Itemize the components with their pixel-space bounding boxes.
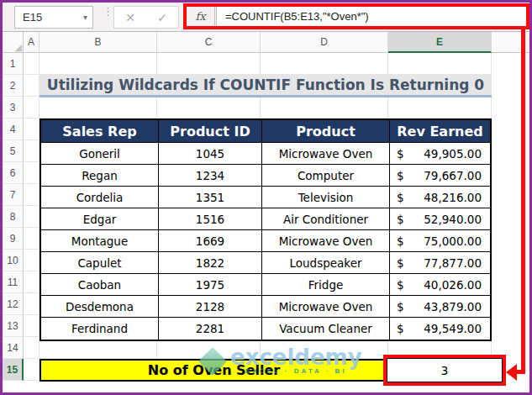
grid-cell[interactable] xyxy=(388,97,492,118)
cell-rev-earned[interactable]: $75,000.00 xyxy=(390,230,490,252)
column-header-c[interactable]: C xyxy=(157,32,261,53)
cell-product[interactable]: Television xyxy=(262,187,390,208)
cell-rev-earned[interactable]: $48,216.00 xyxy=(390,187,490,208)
row-header-7[interactable]: 7 xyxy=(3,184,24,206)
cell-sales-rep[interactable]: Edgar xyxy=(41,208,159,230)
row-header-8[interactable]: 8 xyxy=(3,206,24,228)
cell-product-id[interactable]: 1669 xyxy=(159,230,262,252)
annotation-arrow-line-vertical xyxy=(521,29,525,374)
column-header-a[interactable]: A xyxy=(24,32,40,53)
cell-product[interactable]: Computer xyxy=(262,165,390,187)
cell-product-id[interactable]: 1234 xyxy=(159,165,262,187)
grid-cell[interactable] xyxy=(24,293,40,315)
cell-sales-rep[interactable]: Caoban xyxy=(41,274,159,296)
cell-product[interactable]: Air Conditioner xyxy=(262,208,390,230)
grid-cell[interactable] xyxy=(388,53,492,75)
cell-sales-rep[interactable]: Capulet xyxy=(41,252,159,274)
row-header-2[interactable]: 2 xyxy=(3,75,24,97)
grid-cell[interactable] xyxy=(40,97,157,118)
grid-cell[interactable] xyxy=(24,162,40,184)
amount: 40,026.00 xyxy=(424,278,482,292)
grid-cell[interactable] xyxy=(261,97,388,118)
row-header-5[interactable]: 5 xyxy=(3,140,24,162)
cancel-icon[interactable]: ✕ xyxy=(125,11,135,24)
cell-product[interactable]: Vacuum Cleaner xyxy=(262,318,390,340)
grid-cell[interactable] xyxy=(24,53,40,75)
grid-cell[interactable] xyxy=(24,337,40,359)
column-header-b[interactable]: B xyxy=(40,32,157,53)
enter-icon[interactable]: ✓ xyxy=(157,11,167,24)
cell-product[interactable]: Fridge xyxy=(262,274,390,296)
row-header-15[interactable]: 15 xyxy=(3,359,24,381)
cell-rev-earned[interactable]: $49,549.00 xyxy=(390,318,490,340)
header-sales-rep[interactable]: Sales Rep xyxy=(41,120,159,143)
grid-cell[interactable] xyxy=(157,53,261,75)
row-header-12[interactable]: 12 xyxy=(3,293,24,315)
row-header-10[interactable]: 10 xyxy=(3,250,24,271)
header-product-id[interactable]: Product ID xyxy=(159,120,262,143)
select-all-corner[interactable]: ◢ xyxy=(3,32,24,53)
row-header-11[interactable]: 11 xyxy=(3,271,24,293)
cell-rev-earned[interactable]: $77,877.00 xyxy=(390,252,490,274)
grid-cell[interactable] xyxy=(24,206,40,228)
row-header-9[interactable]: 9 xyxy=(3,228,24,250)
grid-cell[interactable] xyxy=(261,53,388,75)
cell-rev-earned[interactable]: $40,026.00 xyxy=(390,274,490,296)
row-header-3[interactable]: 3 xyxy=(3,97,24,118)
row-header-14[interactable]: 14 xyxy=(3,337,24,359)
cell-sales-rep[interactable]: Desdemona xyxy=(41,296,159,318)
formula-bar-drag-handle-icon[interactable]: ⋮ xyxy=(103,9,113,14)
cell-rev-earned[interactable]: $43,879.00 xyxy=(390,296,490,318)
cell-sales-rep[interactable]: Montague xyxy=(41,230,159,252)
grid-cell[interactable] xyxy=(157,97,261,118)
grid-cell[interactable] xyxy=(24,184,40,206)
row-header-1[interactable]: 1 xyxy=(3,53,24,75)
grid-cell[interactable] xyxy=(24,97,40,118)
row-header-13[interactable]: 13 xyxy=(3,315,24,337)
cell-product[interactable]: Microwave Oven xyxy=(262,230,390,252)
name-box[interactable]: E15 ▾ xyxy=(14,6,93,29)
currency-symbol: $ xyxy=(397,256,404,270)
grid-cell[interactable] xyxy=(24,250,40,271)
cell-product-id[interactable]: 2281 xyxy=(159,318,262,340)
grid-cell[interactable] xyxy=(24,271,40,293)
column-header-e-selected[interactable]: E xyxy=(388,32,492,53)
cell-product-id[interactable]: 2128 xyxy=(159,296,262,318)
cell-product-id[interactable]: 1975 xyxy=(159,274,262,296)
result-label-cell[interactable]: No of Oven Seller xyxy=(40,359,388,382)
grid-cell[interactable] xyxy=(24,315,40,337)
cell-product-id[interactable]: 1045 xyxy=(159,143,262,165)
result-value-cell[interactable]: 3 xyxy=(387,358,503,382)
cell-product[interactable]: Microwave Oven xyxy=(262,296,390,318)
annotation-arrow-head-icon xyxy=(506,364,517,381)
cell-product-id[interactable]: 1351 xyxy=(159,187,262,208)
grid-cell[interactable] xyxy=(24,140,40,162)
row-header-4[interactable]: 4 xyxy=(3,118,24,140)
grid-cell[interactable] xyxy=(24,359,40,381)
worksheet-title-cell[interactable]: Utilizing Wildcards If COUNTIF Function … xyxy=(40,75,492,97)
column-header-d[interactable]: D xyxy=(261,32,388,53)
cell-sales-rep[interactable]: Regan xyxy=(41,165,159,187)
name-box-dropdown-icon[interactable]: ▾ xyxy=(83,13,87,22)
cell-sales-rep[interactable]: Cordelia xyxy=(41,187,159,208)
cell-product-id[interactable]: 1822 xyxy=(159,252,262,274)
grid-cell[interactable] xyxy=(24,228,40,250)
cell-sales-rep[interactable]: Goneril xyxy=(41,143,159,165)
table-row: Caoban 1975 Fridge $40,026.00 xyxy=(41,274,490,296)
cell-rev-earned[interactable]: $52,940.00 xyxy=(390,208,490,230)
row-header-6[interactable]: 6 xyxy=(3,162,24,184)
cell-product[interactable]: Loudspeaker xyxy=(262,252,390,274)
header-product[interactable]: Product xyxy=(262,120,390,143)
insert-function-icon[interactable]: fx xyxy=(187,7,214,26)
formula-input[interactable]: =COUNTIF(B5:E13,"*Oven*") xyxy=(217,7,526,26)
cell-rev-earned[interactable]: $79,667.00 xyxy=(390,165,490,187)
grid-cell[interactable] xyxy=(24,118,40,140)
header-rev-earned[interactable]: Rev Earned xyxy=(390,120,490,143)
grid-cell[interactable] xyxy=(40,53,157,75)
cell-product[interactable]: Microwave Oven xyxy=(262,143,390,165)
cell-product-id[interactable]: 1516 xyxy=(159,208,262,230)
grid-cell[interactable] xyxy=(24,75,40,97)
cell-rev-earned[interactable]: $49,905.00 xyxy=(390,143,490,165)
cell-sales-rep[interactable]: Ferdinand xyxy=(41,318,159,340)
currency-symbol: $ xyxy=(397,191,404,204)
